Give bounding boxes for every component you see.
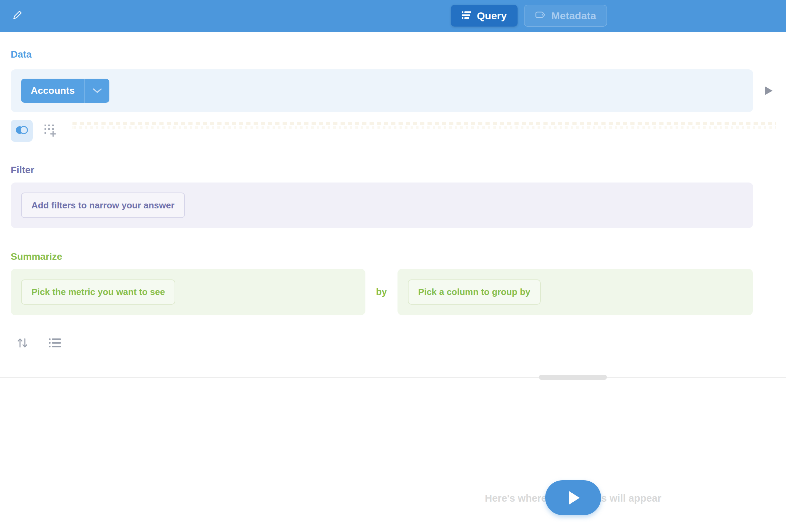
pane-divider: [0, 377, 786, 378]
add-filter-button[interactable]: Add filters to narrow your answer: [21, 193, 185, 218]
run-query-button[interactable]: [545, 480, 601, 515]
play-icon: [569, 491, 580, 504]
faint-watermark: [72, 121, 776, 129]
custom-column-icon: [44, 124, 57, 138]
data-source-label: Accounts: [21, 79, 85, 103]
join-venn-icon: [15, 125, 29, 136]
pick-groupby-label: Pick a column to group by: [418, 287, 530, 297]
chevron-down-icon[interactable]: [85, 79, 109, 103]
row-limit-button[interactable]: [48, 337, 62, 351]
top-bar: Query Metadata: [0, 0, 786, 32]
data-panel: Accounts: [11, 69, 753, 112]
sort-arrows-icon: [17, 337, 28, 350]
pick-metric-button[interactable]: Pick the metric you want to see: [21, 279, 175, 305]
pick-groupby-button[interactable]: Pick a column to group by: [408, 279, 541, 305]
editor-tabs: Query Metadata: [451, 5, 607, 27]
pick-metric-label: Pick the metric you want to see: [31, 287, 165, 297]
resize-handle[interactable]: [539, 375, 607, 380]
tab-query[interactable]: Query: [451, 5, 518, 27]
add-filter-label: Add filters to narrow your answer: [31, 200, 175, 211]
filter-panel: Add filters to narrow your answer: [11, 183, 753, 228]
filter-section-label: Filter: [11, 165, 34, 176]
pencil-icon: [11, 9, 23, 22]
notebook-icon: [462, 10, 471, 22]
tab-metadata[interactable]: Metadata: [524, 5, 607, 27]
preview-step-icon[interactable]: [765, 87, 773, 95]
tag-icon: [535, 10, 546, 22]
summarize-metric-panel: Pick the metric you want to see: [11, 269, 365, 315]
edit-name-button[interactable]: [10, 9, 24, 23]
tab-query-label: Query: [477, 10, 507, 22]
sort-button[interactable]: [15, 336, 30, 351]
data-source-button[interactable]: Accounts: [21, 79, 109, 103]
data-section-label: Data: [11, 49, 32, 60]
custom-column-button[interactable]: [43, 124, 58, 139]
summarize-groupby-panel: Pick a column to group by: [397, 269, 753, 315]
by-label: by: [365, 287, 397, 297]
list-icon: [49, 338, 61, 349]
join-data-button[interactable]: [11, 120, 33, 142]
summarize-section-label: Summarize: [11, 251, 62, 262]
tab-metadata-label: Metadata: [551, 10, 596, 22]
